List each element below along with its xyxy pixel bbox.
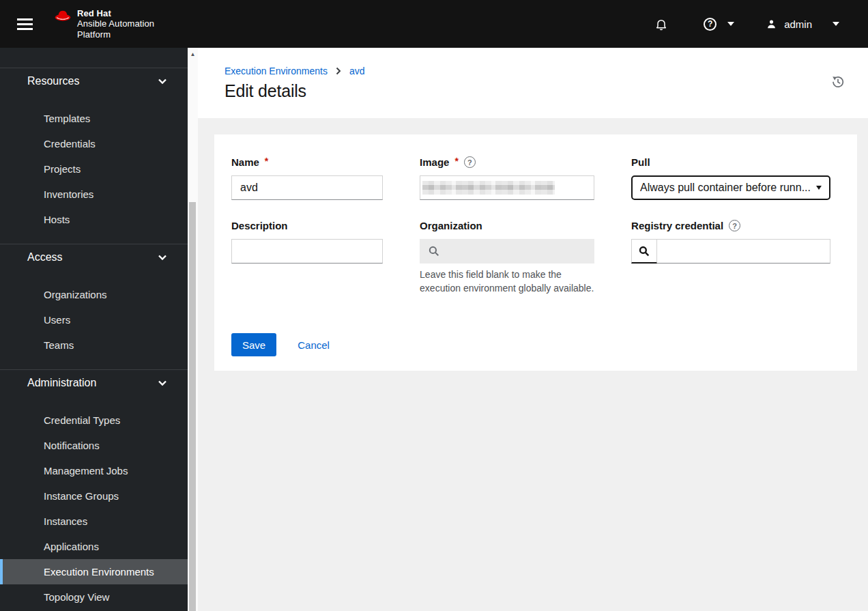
sidebar-item-inventories[interactable]: Inventories	[0, 182, 188, 207]
image-input[interactable]	[420, 175, 594, 200]
history-button[interactable]	[828, 72, 848, 94]
nav-group-access: Access Organizations Users Teams	[0, 244, 188, 369]
sidebar-spacer	[0, 48, 188, 68]
sidebar-item-projects[interactable]: Projects	[0, 156, 188, 182]
cancel-button[interactable]: Cancel	[298, 339, 330, 351]
breadcrumb: Execution Environments avd	[225, 66, 365, 76]
redhat-hat-icon	[53, 8, 72, 23]
sidebar-item-notifications[interactable]: Notifications	[0, 433, 188, 458]
sidebar-item-hosts[interactable]: Hosts	[0, 207, 188, 232]
registry-credential-input[interactable]	[657, 239, 830, 264]
caret-down-icon	[816, 186, 822, 190]
sidebar-nav: Resources Templates Credentials Projects…	[0, 48, 188, 611]
nav-group-header-administration[interactable]: Administration	[0, 370, 188, 396]
redhat-logo: Red Hat Ansible Automation Platform	[53, 8, 154, 40]
image-field-group: Image * ?	[420, 156, 594, 200]
history-icon	[831, 75, 845, 89]
image-label: Image	[420, 156, 449, 168]
sidebar-item-topology-view[interactable]: Topology View	[0, 584, 188, 610]
page-title: Edit details	[225, 81, 365, 101]
chevron-down-icon	[158, 255, 167, 260]
breadcrumb-link-avd[interactable]: avd	[349, 66, 365, 76]
pull-select[interactable]: Always pull container before runn...	[631, 175, 830, 200]
organization-helper-text: Leave this field blank to make the execu…	[420, 268, 594, 295]
help-menu-button[interactable]: ?	[704, 18, 734, 31]
registry-credential-lookup	[631, 239, 830, 264]
registry-credential-label: Registry credential	[631, 220, 723, 231]
pull-field-group: Pull Always pull container before runn..…	[631, 156, 830, 200]
user-icon	[766, 18, 777, 30]
caret-down-icon	[833, 22, 839, 26]
organization-input	[439, 239, 594, 264]
image-value-redacted	[422, 181, 555, 195]
sidebar-item-execution-environments[interactable]: Execution Environments	[0, 559, 188, 584]
name-input[interactable]	[231, 175, 383, 200]
description-field-group: Description	[231, 219, 383, 295]
sidebar-item-management-jobs[interactable]: Management Jobs	[0, 458, 188, 483]
masthead: Red Hat Ansible Automation Platform ? ad…	[0, 0, 868, 48]
brand-text: Red Hat Ansible Automation Platform	[77, 8, 154, 40]
sidebar-item-instance-groups[interactable]: Instance Groups	[0, 483, 188, 509]
nav-group-header-access[interactable]: Access	[0, 244, 188, 270]
required-asterisk: *	[454, 156, 458, 167]
sidebar-item-organizations[interactable]: Organizations	[0, 282, 188, 307]
search-icon	[639, 246, 650, 257]
user-name: admin	[784, 18, 812, 30]
bell-icon	[654, 17, 668, 31]
image-help-icon[interactable]: ?	[464, 156, 476, 168]
brand-line-1: Red Hat	[77, 8, 154, 19]
brand-line-2: Ansible Automation	[77, 18, 154, 29]
required-asterisk: *	[265, 156, 268, 167]
sidebar-item-teams[interactable]: Teams	[0, 332, 188, 358]
question-circle-icon: ?	[704, 18, 717, 31]
organization-lookup	[420, 239, 594, 264]
organization-label: Organization	[420, 220, 482, 231]
nav-group-administration: Administration Credential Types Notifica…	[0, 369, 188, 611]
registry-credential-search-button[interactable]	[631, 239, 657, 264]
description-label: Description	[231, 220, 288, 231]
sidebar-item-applications[interactable]: Applications	[0, 534, 188, 559]
masthead-toolbar: ? admin	[654, 17, 868, 31]
chevron-down-icon	[158, 79, 167, 84]
sidebar-item-users[interactable]: Users	[0, 307, 188, 332]
user-menu-button[interactable]: admin	[766, 18, 839, 30]
registry-credential-field-group: Registry credential ?	[631, 219, 830, 295]
sidebar-item-credential-types[interactable]: Credential Types	[0, 408, 188, 433]
edit-details-card: Name * Image * ? Pull	[214, 134, 857, 371]
hamburger-icon	[17, 18, 33, 20]
sidebar-item-credentials[interactable]: Credentials	[0, 131, 188, 156]
save-button[interactable]: Save	[231, 333, 276, 356]
nav-group-header-resources[interactable]: Resources	[0, 68, 188, 94]
sidebar-item-instances[interactable]: Instances	[0, 509, 188, 534]
description-input[interactable]	[231, 239, 383, 264]
chevron-down-icon	[158, 380, 167, 386]
notifications-button[interactable]	[654, 17, 668, 31]
brand-line-3: Platform	[77, 29, 154, 40]
search-icon	[429, 246, 439, 257]
main-scrollbar[interactable]: ▲	[188, 48, 198, 611]
scrollbar-up-arrow-icon[interactable]: ▲	[188, 51, 198, 57]
name-field-group: Name *	[231, 156, 383, 200]
scrollbar-thumb[interactable]	[189, 202, 196, 611]
pull-selected-value: Always pull container before runn...	[640, 182, 811, 194]
edit-details-form: Name * Image * ? Pull	[231, 156, 830, 295]
organization-field-group: Organization Leave this field blank to m…	[420, 219, 594, 295]
nav-toggle-button[interactable]	[17, 18, 33, 30]
caret-down-icon	[727, 22, 734, 26]
breadcrumb-link-execution-environments[interactable]: Execution Environments	[225, 66, 328, 76]
sidebar-item-templates[interactable]: Templates	[0, 106, 188, 131]
form-actions: Save Cancel	[231, 333, 830, 356]
nav-group-resources: Resources Templates Credentials Projects…	[0, 68, 188, 244]
pull-label: Pull	[631, 156, 650, 168]
breadcrumb-separator-icon	[336, 67, 341, 75]
name-label: Name	[231, 156, 259, 168]
main-content: Execution Environments avd Edit details …	[198, 48, 868, 611]
registry-credential-help-icon[interactable]: ?	[729, 220, 740, 231]
page-header: Execution Environments avd Edit details	[198, 48, 868, 118]
